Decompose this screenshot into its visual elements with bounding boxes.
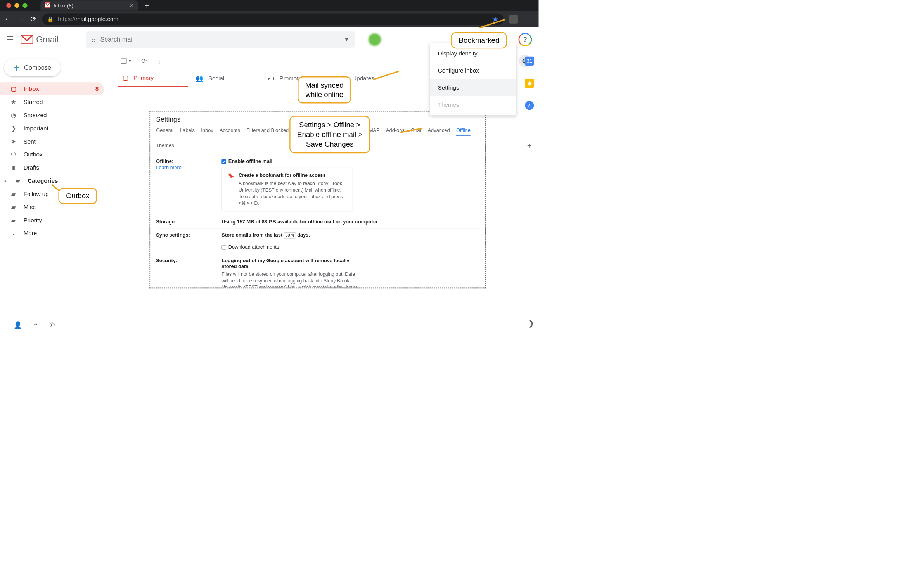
settings-dropdown: Display density Configure inbox Settings… [430, 43, 516, 116]
hangouts-icon[interactable]: ❝ [34, 321, 37, 329]
card-title: Create a bookmark for offline access [239, 172, 347, 178]
search-options-icon[interactable]: ▼ [344, 36, 349, 42]
browser-menu-icon[interactable]: ⋮ [526, 16, 532, 23]
search-icon: ⌕ [92, 36, 95, 43]
download-attachments-checkbox[interactable]: Download attachments [221, 244, 279, 250]
compose-button[interactable]: + Compose [4, 59, 61, 76]
label-icon: ▰ [10, 190, 17, 197]
sidebar-item-starred[interactable]: ★Starred [0, 95, 104, 109]
callout-outbox: Outbox [58, 188, 97, 204]
label-icon: ▰ [10, 203, 17, 210]
sidebar-item-drafts[interactable]: ▮Drafts [0, 161, 104, 174]
callout-bookmarked: Bookmarked [451, 32, 507, 49]
contacts-icon[interactable]: 👤 [14, 321, 22, 329]
gmail-logo[interactable]: Gmail [21, 35, 59, 44]
stepper-icon: ⇅ [291, 233, 294, 238]
label-icon: ▰ [10, 216, 17, 223]
security-bold: Logging out of my Google account will re… [221, 258, 349, 269]
settings-tab-offline[interactable]: Offline [456, 127, 471, 136]
storage-heading: Storage: [156, 219, 213, 225]
account-avatar[interactable] [369, 33, 381, 46]
promotions-icon: 🏷 [268, 74, 274, 82]
address-bar[interactable]: 🔒 https://mail.google.com ★ [42, 13, 504, 25]
menu-settings[interactable]: Settings [430, 79, 516, 96]
settings-tab-labels[interactable]: Labels [180, 127, 195, 136]
side-panel-toggle-icon[interactable]: ❯ [528, 319, 535, 327]
browser-titlebar: Inbox (8) - × + [0, 0, 539, 11]
back-button[interactable]: ← [4, 15, 11, 23]
sidebar-item-snoozed[interactable]: ◔Snoozed [0, 109, 104, 122]
support-button[interactable]: ? [518, 33, 532, 46]
sidebar-item-priority[interactable]: ▰Priority [0, 213, 104, 227]
social-icon: 👥 [196, 74, 203, 82]
sidebar-footer: 👤 ❝ ✆ [0, 317, 113, 333]
window-controls [0, 3, 34, 8]
right-rail: 31 ◆ ✓ + [520, 54, 539, 151]
draft-icon: ▮ [10, 164, 17, 171]
card-body: A bookmark is the best way to reach Ston… [239, 180, 347, 207]
tab-title: Inbox (8) - [54, 3, 76, 9]
learn-more-link[interactable]: Learn more [156, 164, 182, 170]
get-addons-icon[interactable]: + [527, 141, 532, 151]
tab-social[interactable]: 👥Social [190, 70, 261, 87]
maximize-window-icon[interactable] [22, 3, 27, 8]
menu-themes[interactable]: Themes [430, 96, 516, 113]
settings-tab-advanced[interactable]: Advanced [428, 127, 450, 136]
tab-primary[interactable]: ▢Primary [118, 70, 188, 87]
gmail-wordmark: Gmail [36, 35, 59, 44]
menu-configure-inbox[interactable]: Configure inbox [430, 62, 516, 79]
sidebar-item-inbox[interactable]: ▢Inbox8 [0, 82, 104, 95]
lock-icon: 🔒 [47, 16, 54, 22]
important-icon: ❯ [10, 125, 17, 132]
close-tab-icon[interactable]: × [130, 2, 133, 9]
keep-addon-icon[interactable]: ◆ [525, 79, 534, 88]
calendar-addon-icon[interactable]: 31 [525, 57, 534, 66]
sidebar-item-more[interactable]: ⌄More [0, 227, 104, 240]
clock-icon: ◔ [10, 112, 17, 119]
sidebar: + Compose ▢Inbox8 ★Starred ◔Snoozed ❯Imp… [0, 27, 113, 240]
sidebar-item-sent[interactable]: ➤Sent [0, 135, 104, 148]
main-menu-icon[interactable]: ☰ [7, 35, 14, 44]
minimize-window-icon[interactable] [14, 3, 19, 8]
browser-tab[interactable]: Inbox (8) - × [40, 0, 138, 10]
settings-tab-inbox[interactable]: Inbox [201, 127, 213, 136]
more-actions-icon[interactable]: ⋮ [156, 57, 162, 64]
expand-icon: ▸ [5, 178, 7, 183]
primary-icon: ▢ [123, 74, 128, 81]
tasks-addon-icon[interactable]: ✓ [525, 101, 534, 110]
settings-tab-themes[interactable]: Themes [156, 142, 174, 151]
category-icon: ▰ [14, 177, 21, 184]
outbox-icon: ⎔ [10, 151, 17, 158]
star-icon: ★ [10, 99, 17, 106]
offline-heading: Offline: [156, 159, 173, 164]
checkbox-icon [121, 58, 126, 64]
settings-tab-general[interactable]: General [156, 127, 174, 136]
chevron-down-icon: ⌄ [10, 230, 17, 237]
phone-icon[interactable]: ✆ [49, 321, 55, 329]
plus-icon: + [14, 62, 20, 74]
settings-tab-accounts[interactable]: Accounts [220, 127, 240, 136]
callout-synced: Mail synced while online [298, 76, 351, 103]
sidebar-item-important[interactable]: ❯Important [0, 122, 104, 135]
gmail-m-icon [21, 35, 33, 44]
inbox-icon: ▢ [10, 85, 17, 92]
select-all[interactable]: ▼ [121, 58, 132, 64]
search-bar[interactable]: ⌕ ▼ [86, 31, 355, 48]
security-heading: Security: [156, 258, 213, 288]
forward-button[interactable]: → [17, 15, 24, 23]
security-body: Files will not be stored on your compute… [221, 271, 362, 288]
bookmark-info-card: 🔖 Create a bookmark for offline access A… [221, 168, 353, 211]
chevron-down-icon: ▼ [128, 59, 132, 63]
compose-label: Compose [24, 64, 51, 71]
storage-text: Using 157 MB of 88 GB available for offl… [221, 219, 378, 225]
browser-toolbar: ← → ⟳ 🔒 https://mail.google.com ★ ⋮ [0, 11, 539, 27]
browser-profile-avatar[interactable] [509, 15, 518, 23]
refresh-button[interactable]: ⟳ [141, 57, 147, 65]
search-input[interactable] [100, 36, 339, 43]
sync-days-select[interactable]: 30⇅ [284, 232, 296, 238]
close-window-icon[interactable] [6, 3, 11, 8]
reload-button[interactable]: ⟳ [30, 15, 36, 23]
send-icon: ➤ [10, 138, 17, 145]
enable-offline-checkbox[interactable]: Enable offline mail [221, 159, 272, 164]
sidebar-item-outbox[interactable]: ⎔Outbox [0, 148, 104, 161]
